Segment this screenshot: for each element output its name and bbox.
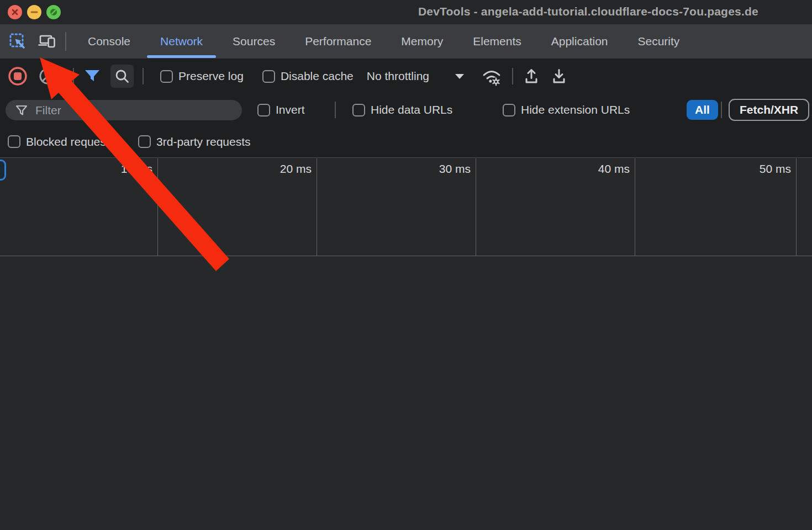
toolbar-divider xyxy=(512,68,513,84)
filter-input-pill[interactable] xyxy=(6,100,242,120)
tab-sources[interactable]: Sources xyxy=(218,24,290,59)
download-icon xyxy=(550,67,568,86)
clear-network-log-button[interactable] xyxy=(38,66,57,86)
tab-application[interactable]: Application xyxy=(536,24,623,59)
network-overview-timeline[interactable]: 10 ms 20 ms 30 ms 40 ms 50 ms xyxy=(0,158,812,256)
minimize-window-button[interactable] xyxy=(27,5,41,19)
title-bar: DevTools - angela-add-tutorial.cloudflar… xyxy=(0,0,812,24)
minimize-icon xyxy=(28,6,40,18)
tab-performance[interactable]: Performance xyxy=(290,24,386,59)
invert-checkbox[interactable]: Invert xyxy=(257,94,305,126)
invert-label: Invert xyxy=(276,103,305,116)
timeline-tick: 30 ms xyxy=(439,162,471,176)
timeline-column: 10 ms xyxy=(0,158,158,256)
filter-toggle-button[interactable] xyxy=(83,67,102,86)
filter-all-button[interactable]: All xyxy=(687,100,718,120)
timeline-tick: 20 ms xyxy=(280,162,312,176)
network-toolbar: Preserve log Disable cache No throttling xyxy=(0,59,812,94)
hide-data-urls-label: Hide data URLs xyxy=(371,103,452,116)
requests-empty-panel: Recordi Perform a request xyxy=(0,257,812,530)
network-conditions-button[interactable] xyxy=(480,66,503,87)
tab-security[interactable]: Security xyxy=(623,24,694,59)
search-network-button[interactable] xyxy=(110,65,134,88)
record-stop-icon xyxy=(7,65,29,87)
checkbox-box[interactable] xyxy=(138,135,151,148)
timeline-column: 40 ms xyxy=(476,158,635,256)
inspect-cursor-icon xyxy=(8,31,28,51)
checkbox-box[interactable] xyxy=(160,70,173,83)
hide-data-urls-checkbox[interactable]: Hide data URLs xyxy=(352,94,452,126)
timeline-column: 30 ms xyxy=(317,158,476,256)
tab-network[interactable]: Network xyxy=(145,24,218,59)
wifi-gear-icon xyxy=(480,66,503,87)
checkbox-box[interactable] xyxy=(8,135,20,148)
checkbox-box[interactable] xyxy=(257,104,270,116)
third-party-requests-label: 3rd-party requests xyxy=(156,135,250,149)
tab-elements[interactable]: Elements xyxy=(458,24,536,59)
chevron-down-icon xyxy=(455,73,465,80)
devtools-tab-bar: Console Network Sources Performance Memo… xyxy=(0,24,812,59)
disable-cache-checkbox[interactable]: Disable cache xyxy=(262,70,354,83)
export-har-button[interactable] xyxy=(550,67,568,86)
hide-extension-urls-checkbox[interactable]: Hide extension URLs xyxy=(503,94,630,126)
filterbar-divider xyxy=(335,102,336,118)
hide-extension-urls-label: Hide extension URLs xyxy=(521,103,630,116)
preserve-log-checkbox[interactable]: Preserve log xyxy=(160,70,244,83)
timeline-tick: 50 ms xyxy=(760,162,791,176)
device-toolbar-button[interactable] xyxy=(36,29,59,54)
zoom-window-button[interactable] xyxy=(46,5,61,19)
upload-icon xyxy=(522,67,541,86)
blocked-requests-label: Blocked requests xyxy=(26,135,115,149)
timeline-tick: 40 ms xyxy=(598,162,630,176)
focused-element-fragment xyxy=(0,160,6,181)
devtools-window: { "window": { "title": "DevTools - angel… xyxy=(0,0,812,530)
blocked-requests-checkbox[interactable]: Blocked requests xyxy=(8,135,115,149)
disable-cache-label: Disable cache xyxy=(281,70,354,83)
filterbar-divider xyxy=(721,102,722,118)
timeline-tick: 10 ms xyxy=(121,162,152,176)
preserve-log-label: Preserve log xyxy=(178,70,244,83)
search-icon xyxy=(114,68,130,84)
throttling-dropdown[interactable]: No throttling xyxy=(367,70,465,83)
import-har-button[interactable] xyxy=(522,67,541,86)
third-party-requests-checkbox[interactable]: 3rd-party requests xyxy=(138,135,250,149)
device-toolbar-icon xyxy=(38,31,57,51)
timeline-column: 20 ms xyxy=(158,158,317,256)
window-title: DevTools - angela-add-tutorial.cloudflar… xyxy=(418,5,758,18)
filter-outline-icon xyxy=(14,103,29,118)
tab-console[interactable]: Console xyxy=(73,24,145,59)
record-network-log-button[interactable] xyxy=(7,65,29,87)
tabbar-divider xyxy=(65,32,66,51)
tab-memory[interactable]: Memory xyxy=(386,24,458,59)
traffic-lights xyxy=(8,5,61,19)
throttling-value: No throttling xyxy=(367,70,429,83)
network-filter-bar: Invert Hide data URLs Hide extension URL… xyxy=(0,94,812,126)
checkbox-box[interactable] xyxy=(262,70,275,83)
zoom-disabled-icon xyxy=(48,6,60,18)
filter-input[interactable] xyxy=(35,104,218,117)
clear-icon xyxy=(38,66,57,86)
request-blocking-bar: Blocked requests 3rd-party requests xyxy=(0,126,812,158)
checkbox-box[interactable] xyxy=(503,104,515,116)
filter-funnel-icon xyxy=(83,67,102,86)
timeline-column: 50 ms xyxy=(635,158,797,256)
toolbar-divider xyxy=(143,68,144,84)
close-icon xyxy=(9,6,21,18)
checkbox-box[interactable] xyxy=(352,104,365,116)
inspect-element-button[interactable] xyxy=(7,29,29,54)
filter-fetch-xhr-button[interactable]: Fetch/XHR xyxy=(729,99,809,121)
close-window-button[interactable] xyxy=(8,5,22,19)
toolbar-divider xyxy=(73,68,74,84)
